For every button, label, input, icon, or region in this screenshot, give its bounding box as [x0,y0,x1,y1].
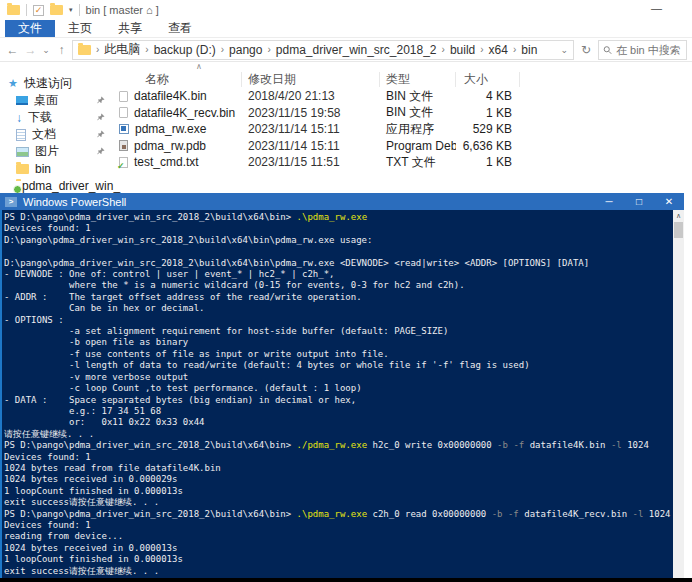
tab-file[interactable]: 文件 [5,20,55,37]
file-date: 2023/11/15 11:51 [242,155,380,169]
crumb-bin[interactable]: bin [521,43,537,57]
minimize-icon[interactable]: — [651,2,662,14]
forward-icon[interactable]: → [23,43,38,57]
sidebar-item-desktop[interactable]: 桌面 [0,92,112,109]
console-line: -l length of data to read/write (default… [4,360,671,371]
table-row[interactable]: datafile4K.bin 2018/4/20 21:13 BIN 文件 4 … [112,88,692,105]
console-line: Devices found: 1 [4,452,671,463]
crumb-src[interactable]: pdma_driver_win_src_2018_2 [276,43,437,57]
console-line: -v more verbose output [4,372,671,383]
powershell-title: Windows PowerShell [23,196,126,208]
scrollbar[interactable]: ∧ [673,210,684,578]
console-line: Devices found: 1 [4,223,671,234]
back-icon[interactable]: ← [5,43,20,57]
git-check-icon[interactable]: ✓ [33,5,44,16]
console-line: -f use contents of file as input or writ… [4,349,671,360]
console-line: or: 0x11 0x22 0x33 0x44 [4,417,671,428]
pin-icon [97,130,105,138]
file-name: datafile4K.bin [134,89,207,103]
scroll-up-icon[interactable]: ∧ [673,210,684,221]
qat-customize-icon[interactable]: ▾ [69,6,73,14]
table-row[interactable]: test_cmd.txt 2023/11/15 11:51 TXT 文件 1 K… [112,154,692,171]
table-row[interactable]: datafile4K_recv.bin 2023/11/15 19:58 BIN… [112,105,692,122]
column-header-type[interactable]: 类型 [380,72,456,87]
console-line: PS D:\pango\pdma_driver_win_src_2018_2\b… [4,440,671,451]
sidebar-item-label: 快速访问 [24,75,72,92]
console-line: Can be in hex or decimal. [4,303,671,314]
refresh-icon[interactable]: ↻ [577,43,595,57]
explorer-titlebar[interactable]: ✓ ▾ bin [ master ⌂ ] — [0,0,692,20]
close-icon[interactable]: ✕ [654,193,684,210]
file-date: 2023/11/14 15:11 [242,122,380,136]
file-type: BIN 文件 [380,104,456,121]
console-line: PS D:\pango\pdma_driver_win_src_2018_2\b… [4,212,671,223]
file-size: 529 KB [456,122,520,136]
console-line [4,246,671,257]
sidebar-item-pdma-driver[interactable]: pdma_driver_win_ [0,177,112,194]
console-line: - ADDR : The target offset address of th… [4,292,671,303]
sidebar-item-documents[interactable]: 文档 [0,126,112,143]
column-header-name[interactable]: 名称 [112,72,242,87]
console-line: exit success请按任意键继续. . . [4,497,671,508]
file-date: 2023/11/15 19:58 [242,106,380,120]
column-header-date[interactable]: 修改日期 [242,72,380,87]
console-line: 1024 bytes received in 0.000029s [4,474,671,485]
sidebar-quick-access[interactable]: ★ 快速访问 [0,75,112,92]
sort-ascending-icon[interactable]: ∧ [196,62,202,71]
file-size: 1 KB [456,106,520,120]
file-name: pdma_rw.exe [135,122,206,136]
file-name: datafile4K_recv.bin [134,106,235,120]
minimize-icon[interactable]: ─ [594,193,624,210]
breadcrumb[interactable]: › 此电脑 › backup (D:) › pango › pdma_drive… [72,40,574,60]
address-dropdown-icon[interactable]: ⌄ [560,45,568,55]
sidebar-item-downloads[interactable]: ↓ 下载 [0,109,112,126]
table-row[interactable]: pdma_rw.exe 2023/11/14 15:11 应用程序 529 KB [112,121,692,138]
recent-locations-icon[interactable]: ⌄ [41,45,51,55]
pdb-file-icon [119,140,128,151]
column-headers: 名称 修改日期 类型 大小 [112,70,692,88]
folder-icon [16,164,29,174]
location-folder-icon [78,45,91,55]
crumb-separator: › [442,44,445,55]
crumb-this-pc[interactable]: 此电脑 [104,41,140,58]
powershell-titlebar[interactable]: > Windows PowerShell ─ □ ✕ [0,193,684,210]
maximize-icon[interactable]: □ [624,193,654,210]
column-header-size[interactable]: 大小 [456,72,520,87]
console-line: - DEVNODE : One of: control | user | eve… [4,269,671,280]
console-line: -c loop Count ,to test performance. (def… [4,383,671,394]
sidebar-item-label: 下载 [28,109,52,126]
file-size: 6,636 KB [456,139,520,153]
crumb-build[interactable]: build [450,43,475,57]
app-folder-icon [7,5,20,15]
tab-view[interactable]: 查看 [155,20,205,37]
crumb-separator: › [480,44,483,55]
sidebar-item-pictures[interactable]: 图片 [0,143,112,160]
new-folder-icon[interactable] [50,5,63,15]
file-name: pdma_rw.pdb [134,139,206,153]
tab-home[interactable]: 主页 [55,20,105,37]
search-box[interactable] [598,40,687,60]
sidebar-item-label: pdma_driver_win_ [22,179,120,193]
address-bar: ← → ⌄ ↑ › 此电脑 › backup (D:) › pango › pd… [0,38,692,62]
window-bottom-edge [0,578,692,582]
search-icon [603,45,612,55]
explorer-main: ★ 快速访问 桌面 ↓ 下载 文档 图片 [0,62,692,195]
console-line: D:\pango\pdma_driver_win_src_2018_2\buil… [4,235,671,246]
scrollbar-thumb[interactable] [674,222,683,238]
crumb-pango[interactable]: pango [229,43,262,57]
tab-share[interactable]: 共享 [105,20,155,37]
sidebar-item-bin[interactable]: bin [0,160,112,177]
crumb-x64[interactable]: x64 [489,43,508,57]
table-row[interactable]: pdma_rw.pdb 2023/11/14 15:11 Program Deb… [112,138,692,155]
crumb-drive[interactable]: backup (D:) [154,43,216,57]
up-icon[interactable]: ↑ [54,43,69,57]
sidebar-item-label: bin [35,162,51,176]
console-line: -b open file as binary [4,337,671,348]
desktop-icon [16,96,28,105]
divider [26,4,27,16]
txt-git-file-icon [119,157,128,168]
sidebar-item-label: 图片 [35,143,59,160]
powershell-console: PS D:\pango\pdma_driver_win_src_2018_2\b… [4,212,671,578]
file-date: 2023/11/14 15:11 [242,139,380,153]
search-input[interactable] [616,44,682,56]
